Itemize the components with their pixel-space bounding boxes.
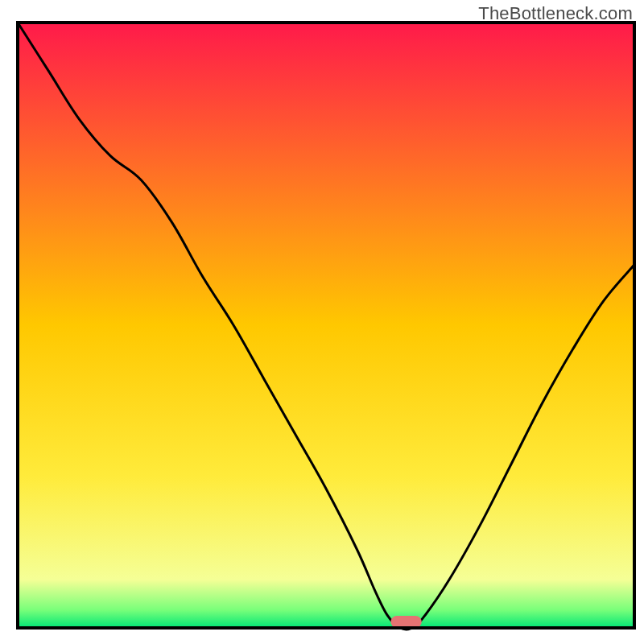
chart-background	[18, 23, 634, 628]
watermark-text: TheBottleneck.com	[478, 3, 633, 24]
bottleneck-chart: TheBottleneck.com	[0, 0, 644, 644]
chart-svg	[0, 0, 644, 644]
minimum-marker	[390, 616, 421, 628]
